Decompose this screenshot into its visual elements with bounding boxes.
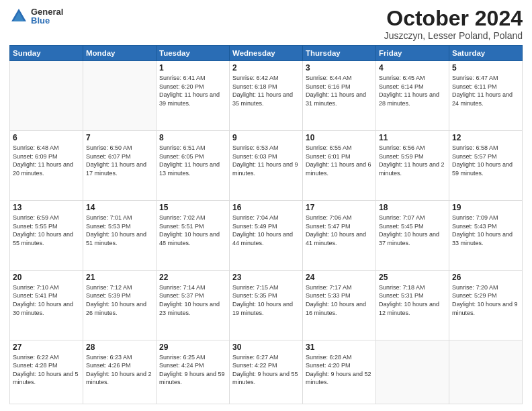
day-number: 12 xyxy=(452,133,519,142)
day-number: 25 xyxy=(379,273,446,282)
calendar-cell: 2Sunrise: 6:42 AM Sunset: 6:18 PM Daylig… xyxy=(230,61,303,131)
day-number: 9 xyxy=(232,133,300,142)
calendar-week-3: 13Sunrise: 6:59 AM Sunset: 5:55 PM Dayli… xyxy=(10,200,523,270)
calendar-week-1: 1Sunrise: 6:41 AM Sunset: 6:20 PM Daylig… xyxy=(10,61,523,131)
calendar-cell: 10Sunrise: 6:55 AM Sunset: 6:01 PM Dayli… xyxy=(303,131,376,201)
location: Juszczyn, Lesser Poland, Poland xyxy=(384,30,523,41)
day-info: Sunrise: 6:22 AM Sunset: 4:28 PM Dayligh… xyxy=(13,353,80,387)
calendar-cell: 11Sunrise: 6:56 AM Sunset: 5:59 PM Dayli… xyxy=(376,131,449,201)
logo-blue: Blue xyxy=(31,16,63,25)
logo-icon xyxy=(9,7,28,26)
calendar-cell: 16Sunrise: 7:04 AM Sunset: 5:49 PM Dayli… xyxy=(230,200,303,270)
day-info: Sunrise: 7:12 AM Sunset: 5:39 PM Dayligh… xyxy=(86,283,153,317)
day-number: 22 xyxy=(159,273,226,282)
calendar-cell: 21Sunrise: 7:12 AM Sunset: 5:39 PM Dayli… xyxy=(83,270,157,340)
calendar-header-thursday: Thursday xyxy=(303,46,376,61)
calendar-cell: 17Sunrise: 7:06 AM Sunset: 5:47 PM Dayli… xyxy=(303,200,376,270)
day-info: Sunrise: 6:28 AM Sunset: 4:20 PM Dayligh… xyxy=(306,353,373,387)
day-info: Sunrise: 7:10 AM Sunset: 5:41 PM Dayligh… xyxy=(13,283,80,317)
day-number: 26 xyxy=(452,273,519,282)
day-info: Sunrise: 6:25 AM Sunset: 4:24 PM Dayligh… xyxy=(159,353,226,387)
calendar-cell: 12Sunrise: 6:58 AM Sunset: 5:57 PM Dayli… xyxy=(449,131,523,201)
day-number: 11 xyxy=(379,133,446,142)
day-info: Sunrise: 6:44 AM Sunset: 6:16 PM Dayligh… xyxy=(306,74,373,107)
day-info: Sunrise: 7:15 AM Sunset: 5:35 PM Dayligh… xyxy=(232,283,300,317)
calendar-header-row: SundayMondayTuesdayWednesdayThursdayFrid… xyxy=(10,46,523,61)
day-number: 7 xyxy=(86,133,153,142)
day-info: Sunrise: 6:45 AM Sunset: 6:14 PM Dayligh… xyxy=(379,74,446,107)
day-number: 28 xyxy=(86,342,153,352)
calendar-cell: 13Sunrise: 6:59 AM Sunset: 5:55 PM Dayli… xyxy=(10,200,83,270)
header: General Blue October 2024 Juszczyn, Less… xyxy=(9,7,523,41)
calendar-header-wednesday: Wednesday xyxy=(230,46,303,61)
calendar-header-friday: Friday xyxy=(376,46,449,61)
day-number: 29 xyxy=(159,342,226,352)
day-number: 19 xyxy=(452,203,519,212)
day-info: Sunrise: 6:47 AM Sunset: 6:11 PM Dayligh… xyxy=(452,74,519,107)
calendar-cell xyxy=(10,61,83,131)
day-info: Sunrise: 6:59 AM Sunset: 5:55 PM Dayligh… xyxy=(13,214,80,247)
calendar-cell: 7Sunrise: 6:50 AM Sunset: 6:07 PM Daylig… xyxy=(83,131,157,201)
day-info: Sunrise: 7:07 AM Sunset: 5:45 PM Dayligh… xyxy=(379,214,446,247)
calendar-cell: 28Sunrise: 6:23 AM Sunset: 4:26 PM Dayli… xyxy=(83,340,157,404)
logo: General Blue xyxy=(9,7,63,26)
calendar-cell: 25Sunrise: 7:18 AM Sunset: 5:31 PM Dayli… xyxy=(376,270,449,340)
calendar-cell: 30Sunrise: 6:27 AM Sunset: 4:22 PM Dayli… xyxy=(230,340,303,404)
day-info: Sunrise: 7:02 AM Sunset: 5:51 PM Dayligh… xyxy=(159,214,226,247)
day-info: Sunrise: 6:41 AM Sunset: 6:20 PM Dayligh… xyxy=(159,74,226,107)
day-number: 27 xyxy=(13,342,80,352)
day-number: 13 xyxy=(13,203,80,212)
day-number: 17 xyxy=(306,203,373,212)
day-info: Sunrise: 6:53 AM Sunset: 6:03 PM Dayligh… xyxy=(232,144,300,177)
calendar-cell xyxy=(376,340,449,404)
day-info: Sunrise: 7:17 AM Sunset: 5:33 PM Dayligh… xyxy=(306,283,373,317)
calendar-cell: 24Sunrise: 7:17 AM Sunset: 5:33 PM Dayli… xyxy=(303,270,376,340)
calendar-cell: 5Sunrise: 6:47 AM Sunset: 6:11 PM Daylig… xyxy=(449,61,523,131)
title-block: October 2024 Juszczyn, Lesser Poland, Po… xyxy=(384,7,523,41)
calendar-cell: 29Sunrise: 6:25 AM Sunset: 4:24 PM Dayli… xyxy=(157,340,230,404)
day-number: 15 xyxy=(159,203,226,212)
day-info: Sunrise: 6:58 AM Sunset: 5:57 PM Dayligh… xyxy=(452,144,519,177)
day-number: 21 xyxy=(86,273,153,282)
day-info: Sunrise: 6:48 AM Sunset: 6:09 PM Dayligh… xyxy=(13,144,80,177)
calendar-cell: 4Sunrise: 6:45 AM Sunset: 6:14 PM Daylig… xyxy=(376,61,449,131)
day-number: 16 xyxy=(232,203,300,212)
day-number: 24 xyxy=(306,273,373,282)
calendar-header-tuesday: Tuesday xyxy=(157,46,230,61)
day-info: Sunrise: 7:09 AM Sunset: 5:43 PM Dayligh… xyxy=(452,214,519,247)
calendar-header-monday: Monday xyxy=(83,46,157,61)
calendar-cell: 19Sunrise: 7:09 AM Sunset: 5:43 PM Dayli… xyxy=(449,200,523,270)
calendar-cell: 26Sunrise: 7:20 AM Sunset: 5:29 PM Dayli… xyxy=(449,270,523,340)
day-info: Sunrise: 6:23 AM Sunset: 4:26 PM Dayligh… xyxy=(86,353,153,387)
calendar-header-sunday: Sunday xyxy=(10,46,83,61)
calendar-cell: 6Sunrise: 6:48 AM Sunset: 6:09 PM Daylig… xyxy=(10,131,83,201)
day-number: 2 xyxy=(232,63,300,73)
day-info: Sunrise: 6:42 AM Sunset: 6:18 PM Dayligh… xyxy=(232,74,300,107)
day-info: Sunrise: 7:18 AM Sunset: 5:31 PM Dayligh… xyxy=(379,283,446,317)
day-info: Sunrise: 7:06 AM Sunset: 5:47 PM Dayligh… xyxy=(306,214,373,247)
calendar-cell xyxy=(449,340,523,404)
calendar-week-5: 27Sunrise: 6:22 AM Sunset: 4:28 PM Dayli… xyxy=(10,340,523,404)
day-info: Sunrise: 7:04 AM Sunset: 5:49 PM Dayligh… xyxy=(232,214,300,247)
page: General Blue October 2024 Juszczyn, Less… xyxy=(0,0,532,411)
calendar-cell: 1Sunrise: 6:41 AM Sunset: 6:20 PM Daylig… xyxy=(157,61,230,131)
calendar-cell: 3Sunrise: 6:44 AM Sunset: 6:16 PM Daylig… xyxy=(303,61,376,131)
day-number: 20 xyxy=(13,273,80,282)
calendar-cell: 20Sunrise: 7:10 AM Sunset: 5:41 PM Dayli… xyxy=(10,270,83,340)
day-number: 10 xyxy=(306,133,373,142)
calendar-cell: 27Sunrise: 6:22 AM Sunset: 4:28 PM Dayli… xyxy=(10,340,83,404)
day-info: Sunrise: 7:01 AM Sunset: 5:53 PM Dayligh… xyxy=(86,214,153,247)
calendar-cell xyxy=(83,61,157,131)
day-info: Sunrise: 7:14 AM Sunset: 5:37 PM Dayligh… xyxy=(159,283,226,317)
calendar-cell: 22Sunrise: 7:14 AM Sunset: 5:37 PM Dayli… xyxy=(157,270,230,340)
calendar-cell: 18Sunrise: 7:07 AM Sunset: 5:45 PM Dayli… xyxy=(376,200,449,270)
calendar-week-2: 6Sunrise: 6:48 AM Sunset: 6:09 PM Daylig… xyxy=(10,131,523,201)
day-number: 14 xyxy=(86,203,153,212)
day-number: 4 xyxy=(379,63,446,73)
logo-text: General Blue xyxy=(31,7,63,25)
day-info: Sunrise: 6:50 AM Sunset: 6:07 PM Dayligh… xyxy=(86,144,153,177)
calendar-cell: 9Sunrise: 6:53 AM Sunset: 6:03 PM Daylig… xyxy=(230,131,303,201)
calendar: SundayMondayTuesdayWednesdayThursdayFrid… xyxy=(9,45,523,404)
day-info: Sunrise: 6:51 AM Sunset: 6:05 PM Dayligh… xyxy=(159,144,226,177)
day-number: 3 xyxy=(306,63,373,73)
